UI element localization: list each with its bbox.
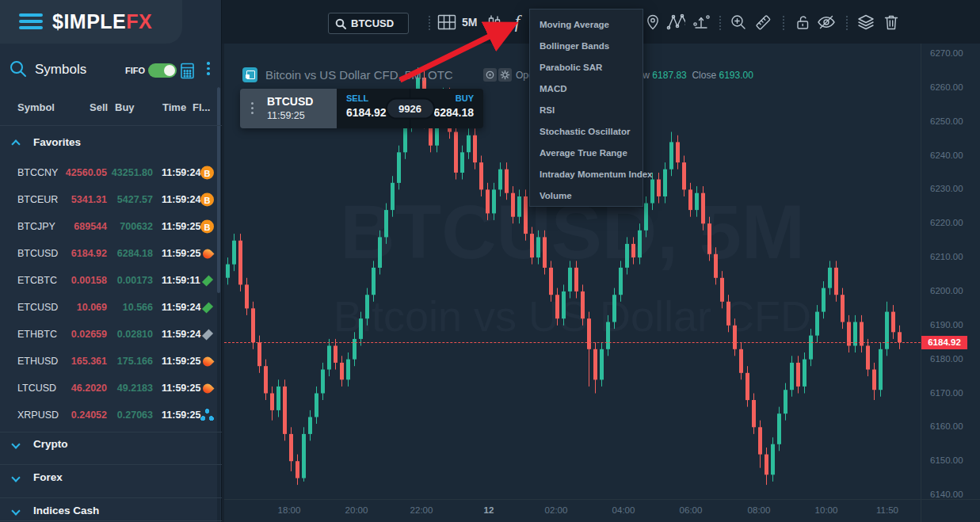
section-label: Forex <box>33 471 63 483</box>
spread-pill: 9926 <box>386 98 435 120</box>
symbol-row[interactable]: XRPUSD 0.24052 0.27063 11:59:25 <box>0 402 222 429</box>
row-sell[interactable]: 0.02659 <box>71 329 107 340</box>
col-flag[interactable]: Fl... <box>193 101 210 113</box>
symbol-row[interactable]: LTCUSD 46.2020 49.2183 11:59:25 <box>0 375 222 402</box>
row-sell[interactable]: 42560.05 <box>66 167 107 178</box>
symbol-row[interactable]: ETCBTC 0.00158 0.00173 11:59:11 <box>0 267 222 294</box>
row-symbol: BTCJPY <box>17 221 55 232</box>
hamburger-menu-icon[interactable] <box>19 13 43 31</box>
row-buy[interactable]: 0.27063 <box>117 410 153 421</box>
chart-settings-icon[interactable] <box>498 68 512 82</box>
pin-marker-icon[interactable] <box>643 13 662 32</box>
sell-price[interactable]: 6184.92 <box>346 106 387 119</box>
menu-item-macd[interactable]: MACD <box>530 78 643 100</box>
row-buy[interactable]: 0.00173 <box>117 275 153 286</box>
search-icon[interactable] <box>9 59 28 78</box>
fifo-toggle[interactable] <box>148 63 177 78</box>
sidebar-kebab-icon[interactable] <box>207 62 210 75</box>
menu-item-stochastic-oscillator[interactable]: Stochastic Oscillator <box>530 121 643 143</box>
row-sell[interactable]: 0.24052 <box>71 410 107 421</box>
timeframe-button[interactable]: 5M <box>462 16 477 29</box>
ohlc-close-label: Close <box>692 70 716 81</box>
widget-time: 11:59:25 <box>267 110 305 121</box>
section-indices-cash[interactable]: Indices Cash <box>0 503 222 522</box>
unlock-icon[interactable] <box>793 13 812 32</box>
price-tick: 6210.00 <box>930 252 963 261</box>
row-sell[interactable]: 689544 <box>74 221 107 232</box>
row-buy[interactable]: 0.02810 <box>117 329 153 340</box>
time-tick-day: 12 <box>484 505 494 515</box>
time-tick: 08:00 <box>748 505 771 515</box>
menu-item-bollinger-bands[interactable]: Bollinger Bands <box>530 36 643 57</box>
drawing-tools-icon[interactable] <box>666 13 685 32</box>
buy-label[interactable]: BUY <box>456 93 474 103</box>
menu-item-average-true-range[interactable]: Average True Range <box>530 143 643 164</box>
col-sell[interactable]: Sell <box>90 101 108 113</box>
row-buy[interactable]: 10.566 <box>123 302 153 313</box>
chart-style-candles-icon[interactable] <box>485 13 504 32</box>
price-tick: 6150.00 <box>930 455 963 465</box>
symbol-row[interactable]: BTCEUR 5341.31 5427.57 11:59:24 <box>0 186 222 213</box>
menu-item-volume[interactable]: Volume <box>530 185 643 207</box>
symbols-sidebar: Symbols FIFO Symbol Sell Buy Time Fl... … <box>0 0 222 522</box>
row-buy[interactable]: 49.2183 <box>117 383 153 394</box>
crypto-icon <box>200 382 214 395</box>
calculator-icon[interactable] <box>180 63 196 80</box>
trade-widget-symbol-panel[interactable]: BTCUSD 11:59:25 <box>240 89 337 128</box>
trash-icon[interactable] <box>882 13 901 32</box>
row-buy[interactable]: 700632 <box>120 221 153 232</box>
section-forex[interactable]: Forex <box>0 470 222 490</box>
row-buy[interactable]: 5427.57 <box>117 194 153 205</box>
snapshot-icon[interactable] <box>483 68 497 82</box>
symbol-row[interactable]: ETHUSD 165.361 175.166 11:59:25 <box>0 348 222 375</box>
row-time: 11:59:25 <box>162 356 200 367</box>
layout-grid-icon[interactable] <box>437 13 456 32</box>
col-time[interactable]: Time <box>162 101 186 113</box>
row-sell[interactable]: 0.00158 <box>71 275 107 286</box>
chart-watermark-name: Bitcoin vs US Dollar CFD <box>224 291 921 341</box>
row-sell[interactable]: 46.2020 <box>71 383 107 394</box>
eye-off-icon[interactable] <box>817 13 836 32</box>
price-tick: 6180.00 <box>930 354 963 364</box>
row-time: 11:59:24 <box>162 329 200 340</box>
row-sell[interactable]: 165.361 <box>71 356 107 367</box>
row-symbol: XRPUSD <box>17 410 59 421</box>
layers-icon[interactable] <box>856 13 875 32</box>
row-sell[interactable]: 6184.92 <box>71 248 107 259</box>
indicators-icon[interactable]: f <box>508 13 527 32</box>
section-crypto[interactable]: Crypto <box>0 436 222 457</box>
brand-logo[interactable]: $IMPLEFX <box>52 10 152 33</box>
favorites-section-toggle[interactable]: Favorites <box>0 135 222 155</box>
symbol-search-box[interactable]: BTCUSD <box>328 13 409 34</box>
toolbar-separator <box>783 16 784 30</box>
sidebar-title: Symbols <box>35 62 86 78</box>
crypto-icon <box>200 301 214 314</box>
col-buy[interactable]: Buy <box>115 101 135 113</box>
menu-item-rsi[interactable]: RSI <box>530 100 643 121</box>
brand-simple: $IMPLE <box>52 10 126 32</box>
symbol-row[interactable]: ETHBTC 0.02659 0.02810 11:59:24 <box>0 321 222 348</box>
symbol-row[interactable]: BTCJPY 689544 700632 11:59:25 <box>0 213 222 240</box>
row-buy[interactable]: 175.166 <box>117 356 153 367</box>
row-buy[interactable]: 6284.18 <box>117 248 153 259</box>
menu-item-intraday-momentum-index[interactable]: Intraday Momentum Index <box>530 164 643 185</box>
row-buy[interactable]: 43251.80 <box>112 167 153 178</box>
symbol-row[interactable]: BTCCNY 42560.05 43251.80 11:59:24 <box>0 159 222 186</box>
menu-item-moving-average[interactable]: Moving Average <box>530 14 643 36</box>
price-tick: 6200.00 <box>930 286 963 295</box>
crypto-icon <box>200 247 214 261</box>
zoom-in-icon[interactable] <box>729 13 748 32</box>
row-sell[interactable]: 5341.31 <box>71 194 107 205</box>
sell-label[interactable]: SELL <box>346 93 368 103</box>
toolbar-separator <box>846 16 848 30</box>
measure-projection-icon[interactable] <box>692 13 711 32</box>
menu-item-parabolic-sar[interactable]: Parabolic SAR <box>530 57 643 78</box>
ohlc-values: Low 6187.83 Close 6193.00 <box>632 70 753 81</box>
symbol-row[interactable]: ETCUSD 10.069 10.566 11:59:24 <box>0 294 222 321</box>
chart-type-icon[interactable] <box>242 67 257 82</box>
symbol-row[interactable]: BTCUSD 6184.92 6284.18 11:59:25 <box>0 240 222 267</box>
row-sell[interactable]: 10.069 <box>77 302 107 313</box>
buy-price[interactable]: 6284.18 <box>433 106 474 119</box>
widget-kebab-icon[interactable] <box>251 102 254 116</box>
ruler-measure-icon[interactable] <box>753 13 772 32</box>
